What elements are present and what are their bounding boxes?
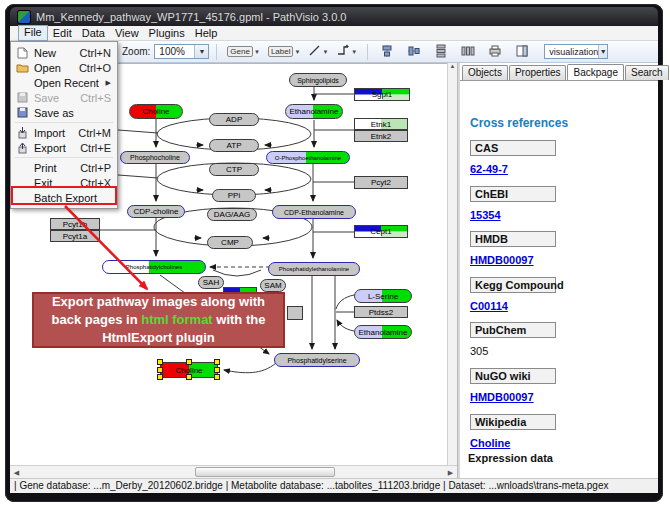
zoom-label: Zoom:: [122, 46, 150, 57]
chevron-down-icon[interactable]: ▼: [254, 49, 260, 55]
node-label: Phosphatidylcholines: [126, 264, 182, 270]
align-center-x-button[interactable]: [375, 42, 399, 61]
pathway-node-etnk2[interactable]: Etnk2: [354, 130, 408, 142]
pathway-node-ppi[interactable]: PPi: [212, 189, 256, 202]
pathway-node-cept1[interactable]: Cept1: [354, 225, 408, 238]
stack-vertical-button[interactable]: [429, 42, 453, 61]
file-menu-item-print[interactable]: PrintCtrl+P: [11, 160, 117, 175]
file-menu-item-save-as[interactable]: Save as: [11, 105, 117, 120]
file-menu-item-new[interactable]: NewCtrl+N: [11, 45, 117, 60]
layout-tools: [375, 42, 534, 61]
zoom-combobox[interactable]: 100% ▼: [154, 44, 209, 59]
node-label: Pcyt2: [371, 178, 391, 187]
file-menu-item-open[interactable]: OpenCtrl+O: [11, 60, 117, 75]
line-tool-button[interactable]: ▼: [305, 42, 331, 61]
pathway-node-cdp-choline[interactable]: CDP-choline: [127, 205, 185, 218]
stack-horizontal-button[interactable]: [456, 42, 480, 61]
scrollbar-thumb[interactable]: [195, 467, 335, 477]
align-center-y-button[interactable]: [402, 42, 426, 61]
file-menu-item-import[interactable]: ImportCtrl+M: [11, 125, 117, 140]
tab-properties[interactable]: Properties: [509, 65, 567, 80]
menu-plugins[interactable]: Plugins: [144, 26, 190, 40]
crossref-link[interactable]: HMDB00097: [470, 254, 534, 266]
selection-handle[interactable]: [214, 359, 220, 365]
save-icon: [15, 92, 29, 104]
pathway-node-ethanolamine-top[interactable]: Ethanolamine: [285, 104, 343, 119]
pathway-node-atp[interactable]: ATP: [209, 139, 259, 152]
backpage-sidebar: ObjectsPropertiesBackpageSearchLegend Cr…: [460, 63, 658, 478]
file-menu-item-export[interactable]: ExportCtrl+E: [11, 140, 117, 155]
node-label: CDP-choline: [134, 207, 179, 216]
menu-file[interactable]: File: [18, 25, 48, 41]
pathway-node-sphingolipids[interactable]: Sphingolipids: [289, 73, 347, 87]
pathway-node-cdp-ethanolamine[interactable]: CDP-Ethanolamine: [272, 205, 356, 219]
visualization-combobox[interactable]: visualization ▼: [544, 44, 608, 59]
label-tool-button[interactable]: Label▼: [265, 42, 304, 61]
crossref-section-nugo-wiki: NuGO wikiHMDB00097: [470, 368, 650, 403]
tab-search[interactable]: Search: [625, 65, 669, 80]
selection-handle[interactable]: [186, 359, 192, 365]
pathway-node-etnk1[interactable]: Etnk1: [354, 118, 408, 130]
pathway-node-ethanolamine-bottom[interactable]: Ethanolamine: [354, 325, 412, 339]
printer-button[interactable]: [483, 42, 507, 61]
pathway-node-l-serine[interactable]: L-Serine: [354, 289, 412, 303]
canvas-horizontal-scrollbar[interactable]: ◀ ▶: [10, 465, 457, 478]
chevron-down-icon[interactable]: ▼: [322, 49, 328, 55]
pathway-node-ctp[interactable]: CTP: [209, 163, 259, 176]
pathway-node-ptdss2[interactable]: Ptdss2: [354, 306, 408, 318]
selection-handle[interactable]: [157, 374, 163, 380]
crossref-link[interactable]: 62-49-7: [470, 163, 508, 175]
crossref-value: C00114: [470, 300, 650, 312]
chevron-down-icon[interactable]: ▼: [294, 49, 300, 55]
pathway-node-gene-fragment[interactable]: [287, 306, 303, 320]
pathway-node-phosphocholine[interactable]: Phosphocholine: [120, 151, 190, 164]
pathway-node-sam[interactable]: SAM: [260, 279, 286, 292]
pathway-node-phosphatidylethanolamine[interactable]: Phosphatidylethanolamine: [268, 262, 360, 276]
file-menu-popup: NewCtrl+NOpenCtrl+OOpen Recent▶SaveCtrl+…: [10, 41, 118, 209]
open-folder-icon: [15, 62, 29, 74]
scroll-right-icon[interactable]: ▶: [444, 467, 457, 478]
pathway-node-dag-aag[interactable]: DAG/AAG: [207, 208, 257, 221]
title-bar[interactable]: Mm_Kennedy_pathway_WP1771_45176.gpml - P…: [10, 7, 658, 26]
submenu-arrow-icon: ▶: [106, 79, 111, 87]
menu-edit[interactable]: Edit: [48, 26, 77, 40]
pathway-node-choline-top[interactable]: Choline: [129, 104, 183, 119]
pathway-node-cmp[interactable]: CMP: [207, 236, 253, 249]
printer-icon: [488, 44, 502, 60]
selection-handle[interactable]: [157, 359, 163, 365]
chevron-down-icon[interactable]: ▼: [194, 45, 208, 58]
menu-help[interactable]: Help: [190, 26, 223, 40]
crossref-link[interactable]: C00114: [470, 300, 508, 312]
pathway-node-o-phosphoethanolamine[interactable]: O-Phosphoethanolamine: [266, 151, 350, 164]
menu-data[interactable]: Data: [77, 26, 110, 40]
new-document-icon: [15, 47, 29, 59]
selection-handle[interactable]: [214, 367, 220, 373]
crossref-link[interactable]: Choline: [470, 437, 510, 449]
canvas-vertical-scrollbar[interactable]: ▲: [447, 63, 457, 465]
menu-view[interactable]: View: [110, 26, 144, 40]
selection-handle[interactable]: [214, 374, 220, 380]
selection-handle[interactable]: [157, 367, 163, 373]
chevron-down-icon[interactable]: ▼: [351, 49, 357, 55]
sidebar-toggle-button[interactable]: [510, 42, 534, 61]
scroll-left-icon[interactable]: ◀: [10, 467, 23, 478]
pathway-node-pcyt2[interactable]: Pcyt2: [354, 176, 408, 189]
file-menu-item-open-recent[interactable]: Open Recent▶: [11, 75, 117, 90]
selection-handle[interactable]: [186, 374, 192, 380]
tab-objects[interactable]: Objects: [462, 65, 508, 80]
crossref-link[interactable]: 15354: [470, 209, 501, 221]
gene-tool-button[interactable]: Gene▼: [224, 42, 263, 61]
pathway-node-pcyt1a[interactable]: Pcyt1a: [50, 230, 100, 242]
node-label: ADP: [226, 115, 242, 124]
chevron-down-icon[interactable]: ▼: [598, 45, 607, 58]
crossref-link[interactable]: HMDB00097: [470, 391, 534, 403]
pathway-node-pcyt1b[interactable]: Pcyt1b: [50, 218, 100, 230]
connector-tool-button[interactable]: ▼: [333, 42, 360, 61]
tab-backpage[interactable]: Backpage: [567, 64, 623, 81]
pathway-node-phosphatidylcholines[interactable]: Phosphatidylcholines: [102, 260, 206, 274]
pathway-node-sgpl1[interactable]: Sgpl1: [354, 88, 410, 101]
line-icon: [308, 44, 321, 59]
pathway-node-phosphatidylserine[interactable]: Phosphatidylserine: [274, 353, 360, 367]
pathway-node-adp[interactable]: ADP: [209, 113, 259, 126]
pathway-node-sah[interactable]: SAH: [198, 276, 224, 289]
